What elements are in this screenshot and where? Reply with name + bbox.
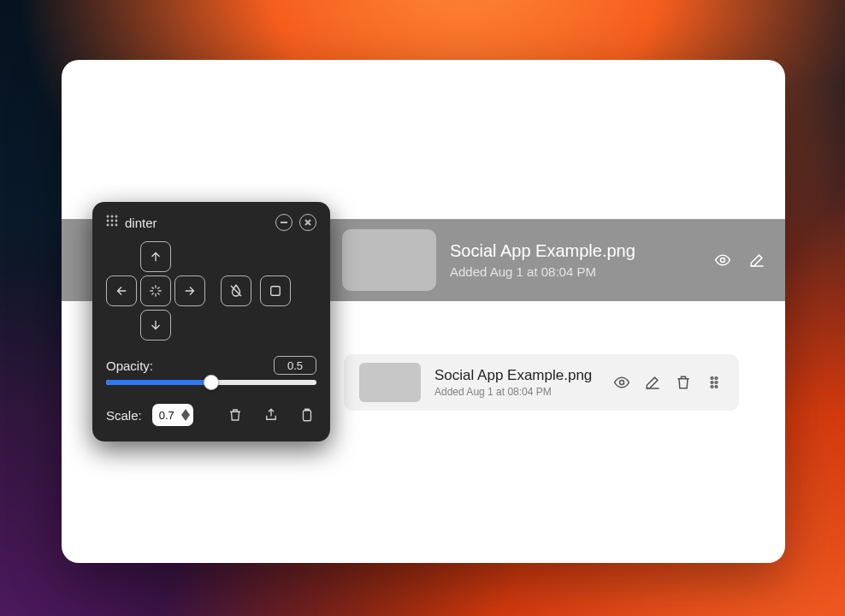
grip-icon <box>106 215 118 227</box>
share-icon <box>263 407 279 423</box>
view-button[interactable] <box>713 251 732 270</box>
svg-point-12 <box>111 220 114 222</box>
arrow-left-icon <box>114 283 129 299</box>
pencil-icon <box>644 374 661 391</box>
nudge-left-button[interactable] <box>106 275 137 306</box>
nudge-dpad <box>106 241 205 341</box>
trash-icon <box>675 374 692 391</box>
file-added-timestamp: Added Aug 1 at 08:04 PM <box>434 386 592 398</box>
svg-point-8 <box>107 216 109 218</box>
eye-icon <box>613 374 630 391</box>
svg-point-4 <box>711 382 713 384</box>
stepper-up-icon[interactable] <box>181 409 190 415</box>
opacity-slider[interactable] <box>106 380 316 385</box>
scale-stepper[interactable]: 0.7 <box>152 404 193 426</box>
droplet-off-icon <box>228 283 244 299</box>
svg-rect-17 <box>271 287 281 296</box>
arrow-right-icon <box>182 283 198 299</box>
fit-button[interactable] <box>260 275 291 306</box>
opacity-value[interactable]: 0.5 <box>274 356 316 375</box>
nudge-down-button[interactable] <box>140 310 171 341</box>
file-meta: Social App Example.png Added Aug 1 at 08… <box>434 367 592 398</box>
opacity-label: Opacity: <box>106 358 153 373</box>
svg-point-2 <box>711 377 713 380</box>
svg-point-6 <box>711 386 713 388</box>
scale-label: Scale: <box>106 408 142 423</box>
arrow-down-icon <box>148 317 163 333</box>
minimize-button[interactable] <box>275 214 292 231</box>
file-meta: Social App Example.png Added Aug 1 at 08… <box>450 241 635 279</box>
eye-icon <box>714 252 731 269</box>
file-row-small[interactable]: Social App Example.png Added Aug 1 at 08… <box>344 354 739 411</box>
drag-grip[interactable] <box>106 215 118 230</box>
close-button[interactable] <box>299 214 316 231</box>
file-thumbnail <box>359 363 421 402</box>
stepper-down-icon[interactable] <box>181 415 190 421</box>
minus-icon <box>280 218 288 227</box>
pencil-icon <box>748 252 765 269</box>
delete-button[interactable] <box>226 406 245 424</box>
file-thumbnail <box>342 229 436 291</box>
toggle-visibility-button[interactable] <box>221 275 251 306</box>
file-title: Social App Example.png <box>434 367 592 384</box>
sparkle-icon <box>148 283 163 299</box>
drag-handle[interactable] <box>705 373 724 392</box>
svg-point-15 <box>111 224 114 227</box>
arrow-up-icon <box>148 249 163 264</box>
file-title: Social App Example.png <box>450 241 635 261</box>
svg-point-0 <box>721 258 725 263</box>
nudge-right-button[interactable] <box>174 275 205 306</box>
svg-point-11 <box>107 220 109 222</box>
file-added-timestamp: Added Aug 1 at 08:04 PM <box>450 264 635 279</box>
svg-point-1 <box>620 381 624 385</box>
square-icon <box>268 283 283 299</box>
copy-button[interactable] <box>298 406 316 424</box>
nudge-up-button[interactable] <box>140 241 171 272</box>
share-button[interactable] <box>262 406 281 424</box>
svg-point-5 <box>715 382 718 384</box>
svg-point-9 <box>111 216 114 218</box>
edit-button[interactable] <box>643 373 662 392</box>
scale-value: 0.7 <box>159 409 178 422</box>
svg-point-7 <box>715 386 718 388</box>
svg-point-16 <box>115 224 118 227</box>
svg-point-14 <box>107 224 109 227</box>
drag-dots-icon <box>706 374 723 391</box>
svg-rect-18 <box>304 411 311 421</box>
close-icon <box>304 218 312 227</box>
view-button[interactable] <box>612 373 631 392</box>
svg-point-10 <box>115 216 118 218</box>
svg-point-13 <box>115 220 118 222</box>
panel-title: dinter <box>125 216 157 230</box>
delete-button[interactable] <box>674 373 693 392</box>
slider-fill <box>106 380 211 385</box>
center-button[interactable] <box>140 275 171 306</box>
slider-thumb[interactable] <box>204 375 219 390</box>
control-panel[interactable]: dinter <box>92 202 330 441</box>
edit-button[interactable] <box>748 251 766 270</box>
clipboard-icon <box>299 407 315 423</box>
trash-icon <box>228 407 243 423</box>
svg-point-3 <box>715 377 718 380</box>
